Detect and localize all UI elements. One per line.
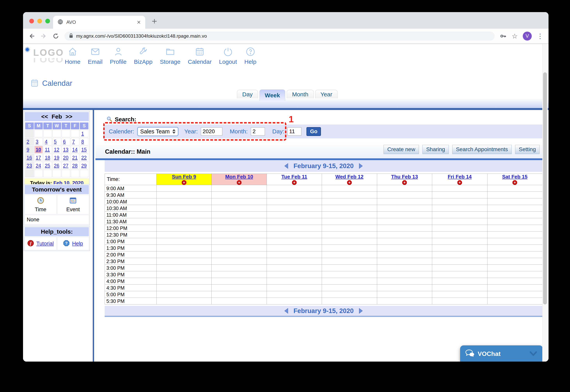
- tutorial-link[interactable]: Tutorial: [36, 241, 54, 247]
- calendar-slot[interactable]: [157, 265, 212, 271]
- date-link[interactable]: 23: [27, 163, 32, 168]
- calendar-slot[interactable]: [212, 298, 267, 304]
- calendar-slot[interactable]: [377, 198, 432, 205]
- calendar-select[interactable]: Sales Team: [137, 127, 178, 136]
- calendar-slot[interactable]: [267, 291, 322, 298]
- calendar-slot[interactable]: [432, 245, 487, 252]
- calendar-slot[interactable]: [432, 212, 487, 218]
- add-appointment-icon[interactable]: +: [457, 180, 462, 185]
- date-link[interactable]: 16: [27, 155, 32, 160]
- next-week-icon[interactable]: [358, 163, 364, 169]
- day-link[interactable]: Fri Feb 14: [448, 174, 472, 180]
- date-link[interactable]: 4: [45, 139, 47, 144]
- calendar-slot[interactable]: [267, 245, 322, 252]
- calendar-slot[interactable]: [322, 225, 377, 232]
- search-appointments-button[interactable]: Search Appointments: [452, 145, 512, 154]
- close-window-button[interactable]: [29, 19, 34, 23]
- date-link[interactable]: 20: [63, 155, 69, 160]
- calendar-slot[interactable]: [487, 238, 542, 245]
- calendar-slot[interactable]: [267, 205, 322, 212]
- calendar-slot[interactable]: [432, 258, 487, 265]
- calendar-slot[interactable]: [267, 185, 322, 192]
- calendar-slot[interactable]: [487, 298, 542, 304]
- date-link[interactable]: 26: [54, 163, 59, 168]
- calendar-slot[interactable]: [212, 205, 267, 212]
- calendar-slot[interactable]: [212, 198, 267, 205]
- calendar-slot[interactable]: [322, 271, 377, 278]
- vochat-widget[interactable]: VOChat: [460, 345, 543, 362]
- calendar-slot[interactable]: [212, 258, 267, 265]
- page-scrollbar[interactable]: [542, 44, 548, 362]
- calendar-slot[interactable]: [322, 298, 377, 304]
- date-link[interactable]: 18: [45, 155, 50, 160]
- date-link[interactable]: 2: [27, 139, 29, 144]
- browser-menu-icon[interactable]: ⋮: [537, 32, 543, 40]
- calendar-slot[interactable]: [267, 258, 322, 265]
- date-link[interactable]: 22: [81, 155, 87, 160]
- date-link[interactable]: 1: [81, 131, 84, 136]
- calendar-slot[interactable]: [267, 225, 322, 232]
- browser-tab[interactable]: AVO: [53, 16, 145, 29]
- calendar-slot[interactable]: [377, 192, 432, 198]
- bookmark-star-icon[interactable]: ☆: [512, 32, 518, 40]
- day-link[interactable]: Thu Feb 13: [391, 174, 418, 180]
- date-link[interactable]: 7: [72, 139, 75, 144]
- calendar-slot[interactable]: [267, 192, 322, 198]
- date-link[interactable]: 29: [81, 163, 87, 168]
- calendar-slot[interactable]: [487, 258, 542, 265]
- calendar-slot[interactable]: [377, 185, 432, 192]
- calendar-slot[interactable]: [157, 232, 212, 238]
- calendar-slot[interactable]: [487, 232, 542, 238]
- calendar-slot[interactable]: [487, 212, 542, 218]
- calendar-slot[interactable]: [267, 218, 322, 225]
- calendar-slot[interactable]: [432, 265, 487, 271]
- calendar-slot[interactable]: [432, 232, 487, 238]
- date-link[interactable]: 5: [54, 139, 57, 144]
- appnav-item-calendar[interactable]: Calendar: [188, 47, 212, 65]
- date-link[interactable]: 14: [72, 147, 78, 152]
- calendar-slot[interactable]: [212, 218, 267, 225]
- date-link[interactable]: 27: [63, 163, 69, 168]
- back-icon[interactable]: [28, 33, 35, 40]
- profile-avatar[interactable]: V: [523, 32, 532, 41]
- calendar-slot[interactable]: [377, 245, 432, 252]
- sharing-button[interactable]: Sharing: [423, 145, 449, 154]
- calendar-slot[interactable]: [322, 198, 377, 205]
- calendar-slot[interactable]: [157, 252, 212, 258]
- calendar-slot[interactable]: [212, 192, 267, 198]
- calendar-slot[interactable]: [157, 258, 212, 265]
- view-tab-week[interactable]: Week: [259, 89, 285, 101]
- day-link[interactable]: Wed Feb 12: [335, 174, 364, 180]
- calendar-slot[interactable]: [267, 212, 322, 218]
- calendar-slot[interactable]: [432, 185, 487, 192]
- calendar-slot[interactable]: [377, 238, 432, 245]
- calendar-slot[interactable]: [432, 271, 487, 278]
- date-link[interactable]: 10: [36, 147, 41, 152]
- date-link[interactable]: 19: [54, 155, 59, 160]
- calendar-slot[interactable]: [487, 192, 542, 198]
- calendar-slot[interactable]: [377, 225, 432, 232]
- calendar-slot[interactable]: [487, 291, 542, 298]
- calendar-slot[interactable]: [322, 232, 377, 238]
- day-link[interactable]: Sat Feb 15: [502, 174, 527, 180]
- calendar-slot[interactable]: [377, 252, 432, 258]
- calendar-slot[interactable]: [432, 284, 487, 291]
- date-link[interactable]: 6: [63, 139, 66, 144]
- month-input[interactable]: [251, 127, 265, 136]
- year-input[interactable]: [201, 127, 222, 136]
- appnav-item-help[interactable]: Help: [244, 47, 257, 65]
- calendar-slot[interactable]: [157, 225, 212, 232]
- calendar-slot[interactable]: [267, 298, 322, 304]
- password-key-icon[interactable]: [500, 33, 507, 40]
- day-link[interactable]: Sun Feb 9: [172, 174, 196, 180]
- setting-button[interactable]: Setting: [515, 145, 540, 154]
- prev-week-icon[interactable]: [284, 163, 289, 169]
- day-input[interactable]: [287, 127, 301, 136]
- add-appointment-icon[interactable]: +: [237, 180, 241, 185]
- date-link[interactable]: 11: [45, 147, 50, 152]
- calendar-slot[interactable]: [322, 265, 377, 271]
- add-appointment-icon[interactable]: +: [182, 180, 186, 185]
- appnav-item-bizapp[interactable]: BizApp: [134, 47, 152, 65]
- calendar-slot[interactable]: [322, 192, 377, 198]
- calendar-slot[interactable]: [322, 291, 377, 298]
